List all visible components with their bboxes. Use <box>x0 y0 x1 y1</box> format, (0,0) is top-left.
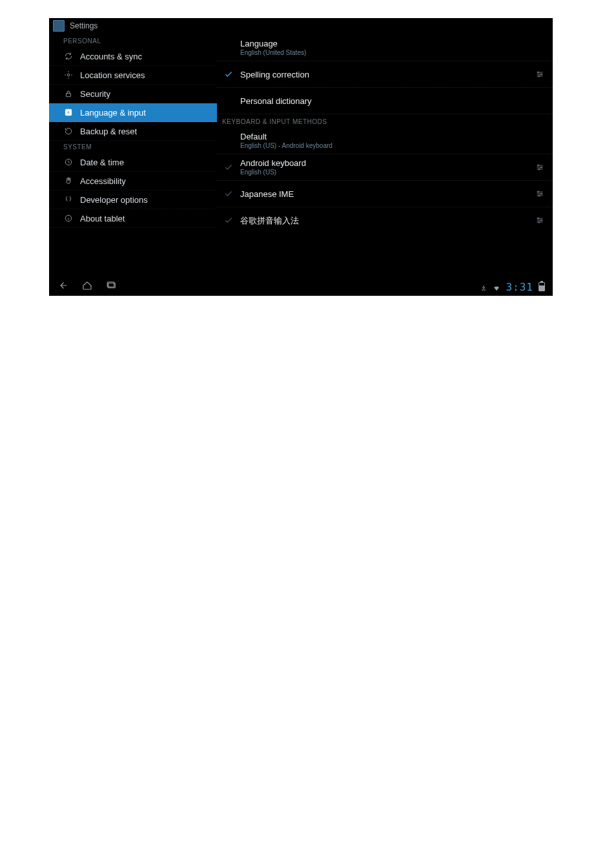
hand-icon <box>63 176 74 186</box>
checkbox-disabled-icon <box>221 216 236 225</box>
sidebar-item-location[interactable]: Location services <box>49 66 217 85</box>
sidebar-item-label: Accessibility <box>80 176 126 186</box>
sidebar-item-label: Backup & reset <box>80 127 137 136</box>
row-title: Language <box>240 39 546 48</box>
settings-screen: Settings PERSONAL Accounts & sync Locati… <box>49 18 553 296</box>
row-android-keyboard[interactable]: Android keyboard English (US) <box>217 154 553 181</box>
row-personal-dictionary[interactable]: Personal dictionary <box>217 88 553 114</box>
sidebar-item-developer-options[interactable]: Developer options <box>49 191 217 209</box>
sidebar-item-label: Security <box>80 89 110 99</box>
app-header: Settings <box>49 18 553 34</box>
status-tray[interactable]: 3:31 <box>480 281 545 293</box>
backup-icon <box>63 126 74 136</box>
settings-app-icon <box>53 20 65 32</box>
home-button[interactable] <box>81 280 93 294</box>
sidebar-item-label: Developer options <box>80 195 148 205</box>
row-language[interactable]: Language English (United States) <box>217 35 553 61</box>
download-icon <box>480 283 488 291</box>
sidebar-item-accounts-sync[interactable]: Accounts & sync <box>49 47 217 66</box>
wifi-icon <box>493 283 500 291</box>
checkbox-checked-icon[interactable] <box>221 70 236 79</box>
lock-icon <box>63 88 74 99</box>
sidebar-item-label: About tablet <box>80 214 125 223</box>
svg-text:A: A <box>67 110 70 114</box>
system-nav-bar: 3:31 <box>49 279 553 295</box>
settings-sliders-icon[interactable] <box>533 214 546 227</box>
sidebar-item-accessibility[interactable]: Accessibility <box>49 172 217 191</box>
sidebar-item-label: Date & time <box>80 158 124 167</box>
battery-icon <box>539 282 545 291</box>
row-title: Android keyboard <box>240 158 528 168</box>
clock-icon <box>63 157 74 167</box>
braces-icon <box>63 194 74 205</box>
row-google-pinyin[interactable]: 谷歌拼音输入法 <box>217 207 553 233</box>
sidebar-item-label: Language & input <box>80 108 146 118</box>
settings-detail-pane: Language English (United States) Spellin… <box>217 34 553 279</box>
checkbox-disabled-icon <box>221 163 236 172</box>
row-default-keyboard[interactable]: Default English (US) - Android keyboard <box>217 128 553 154</box>
sidebar-item-language-input[interactable]: A Language & input <box>49 103 217 122</box>
row-spelling-correction[interactable]: Spelling correction <box>217 61 553 88</box>
recent-apps-button[interactable] <box>106 280 118 294</box>
info-icon <box>63 213 74 223</box>
sidebar-item-about-tablet[interactable]: About tablet <box>49 209 217 228</box>
row-subtitle: English (United States) <box>240 48 546 57</box>
settings-sliders-icon[interactable] <box>533 187 546 200</box>
location-icon <box>63 70 74 80</box>
settings-sliders-icon[interactable] <box>533 161 546 174</box>
section-keyboard-input: KEYBOARD & INPUT METHODS <box>217 114 553 128</box>
row-title: Personal dictionary <box>240 96 546 106</box>
language-icon: A <box>63 107 74 118</box>
row-subtitle: English (US) - Android keyboard <box>240 141 546 150</box>
sidebar-item-security[interactable]: Security <box>49 85 217 103</box>
svg-rect-1 <box>67 93 71 96</box>
sidebar-item-date-time[interactable]: Date & time <box>49 153 217 172</box>
svg-point-0 <box>67 74 70 76</box>
back-button[interactable] <box>57 280 68 294</box>
row-japanese-ime[interactable]: Japanese IME <box>217 181 553 207</box>
app-title: Settings <box>70 21 98 30</box>
status-clock: 3:31 <box>506 281 533 293</box>
section-personal: PERSONAL <box>49 35 217 47</box>
sidebar-item-backup-reset[interactable]: Backup & reset <box>49 122 217 141</box>
sync-icon <box>63 51 74 61</box>
row-title: Default <box>240 132 546 141</box>
sidebar-item-label: Location services <box>80 70 145 80</box>
row-title: Japanese IME <box>240 189 528 199</box>
row-title: 谷歌拼音输入法 <box>240 216 528 225</box>
row-subtitle: English (US) <box>240 168 528 176</box>
settings-sidebar: PERSONAL Accounts & sync Location servic… <box>49 34 217 279</box>
checkbox-disabled-icon <box>221 189 236 198</box>
settings-sliders-icon[interactable] <box>533 68 546 81</box>
section-system: SYSTEM <box>49 141 217 153</box>
sidebar-item-label: Accounts & sync <box>80 52 142 61</box>
row-title: Spelling correction <box>240 70 528 79</box>
